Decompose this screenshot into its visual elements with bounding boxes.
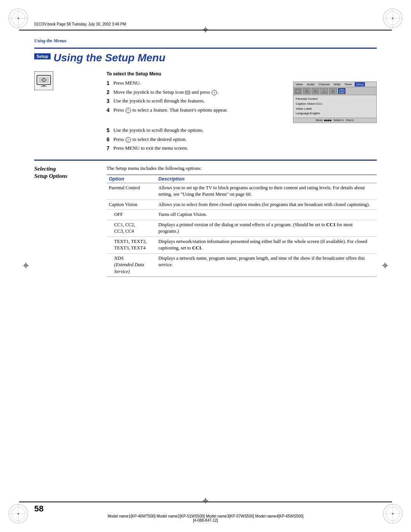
tv-icon-3	[312, 88, 319, 94]
tv-icon-setup	[338, 88, 346, 94]
step-number-7: 7	[107, 145, 113, 152]
circle-icon-step4: +	[126, 108, 131, 113]
section-divider	[34, 160, 377, 161]
corner-decoration-tr	[381, 7, 404, 30]
table-row-cc: CC1, CC2,CC3, CC4 Displays a printed ver…	[107, 220, 377, 236]
step-number-5: 5	[107, 127, 113, 134]
reg-mark-right	[381, 262, 389, 271]
steps-list-container: 1 Press MENU. 2 Move the joystick to the…	[107, 80, 280, 127]
page-title: Using the Setup Menu	[54, 52, 166, 64]
reg-mark-left	[22, 262, 30, 271]
tv-footer: Move: ◆◆◆◆ Select:⊙ End:⊙	[293, 118, 376, 123]
file-info: 01COV.book Page 58 Tuesday, July 30, 200…	[34, 22, 126, 26]
table-row-off: OFF Turns off Caption Vision.	[107, 210, 377, 220]
setup-icon-image	[34, 71, 53, 90]
footer-line1: Model name1[KP-46WT500] Model name2[KP-5…	[0, 514, 411, 518]
tv-mockup: Video Audio Channel Wide Timer Setup	[293, 81, 377, 123]
step-number-4: 4	[107, 107, 113, 114]
tv-menu-icons	[293, 87, 376, 95]
tv-menu-bar: Video Audio Channel Wide Timer Setup	[293, 82, 376, 87]
option-name-xds: XDS(Extended DataService)	[107, 253, 156, 277]
main-content: Using the Menus Setup Using the Setup Me…	[34, 38, 377, 498]
selecting-left: Selecting Setup Options	[34, 165, 95, 277]
step-text-2: Move the joystick to the Setup icon and …	[113, 89, 280, 96]
step-text-3: Use the joystick to scroll through the f…	[113, 97, 280, 105]
circle-icon-step6: +	[126, 137, 131, 142]
left-column	[34, 71, 95, 154]
tv-menu-channel: Channel	[317, 82, 331, 86]
bottom-border	[19, 502, 392, 502]
step-1: 1 Press MENU.	[107, 80, 280, 87]
step-text-5: Use the joystick to scroll through the o…	[113, 127, 377, 134]
footer-models: Model name1[KP-46WT500] Model name2[KP-5…	[0, 514, 411, 522]
right-column: To select the Setup Menu 1 Press MENU. 2…	[107, 71, 377, 154]
step-text-6: Press + to select the desired option.	[113, 136, 377, 144]
reg-mark-top	[202, 26, 209, 35]
svg-rect-40	[41, 86, 47, 87]
tv-icon-4	[320, 88, 328, 94]
tv-line-3: Video Label	[296, 107, 374, 112]
svg-point-55	[341, 90, 343, 92]
step-7: 7 Press MENU to exit the menu screen.	[107, 145, 377, 152]
top-border	[19, 30, 392, 30]
step-4: 4 Press + to select a feature. That feat…	[107, 107, 280, 114]
tv-icon-5	[329, 88, 337, 94]
step-number-3: 3	[107, 97, 113, 105]
tv-menu-setup: Setup	[355, 82, 365, 86]
tv-menu-wide: Wide	[333, 82, 342, 86]
tv-menu-video: Video	[294, 82, 304, 86]
tv-icon-1	[294, 88, 302, 94]
step-text-4: Press + to select a feature. That featur…	[113, 107, 280, 114]
subsection-title: To select the Setup Menu	[107, 71, 377, 77]
step-5: 5 Use the joystick to scroll through the…	[107, 127, 377, 134]
title-row: Setup Using the Setup Menu	[34, 48, 377, 66]
step-6: 6 Press + to select the desired option.	[107, 136, 377, 144]
tv-line-4: Language:English	[296, 111, 374, 116]
svg-rect-54	[339, 89, 344, 93]
option-desc-text: Displays network/station information pre…	[156, 236, 377, 253]
tv-content: Parental Control Caption Vision:CC1 Vide…	[293, 95, 376, 118]
table-row-text: TEXT1, TEXT2,TEXT3, TEXT4 Displays netwo…	[107, 236, 377, 253]
steps-section: To select the Setup Menu 1 Press MENU. 2…	[34, 71, 377, 154]
selecting-right: The Setup menu includes the following op…	[107, 165, 377, 277]
option-desc-parental: Allows you to set up the TV to block pro…	[156, 183, 377, 200]
svg-rect-42	[186, 92, 189, 93]
step-number-6: 6	[107, 136, 113, 144]
svg-rect-44	[296, 90, 300, 93]
svg-marker-50	[322, 90, 326, 93]
option-name-cc: CC1, CC2,CC3, CC4	[107, 220, 156, 236]
tv-line-2: Caption Vision:CC1	[296, 102, 374, 107]
option-desc-xds: Displays a network name, program name, p…	[156, 253, 377, 277]
selecting-section: Selecting Setup Options The Setup menu i…	[34, 165, 377, 277]
tv-icon-2	[303, 88, 311, 94]
col-header-description: Description	[156, 175, 377, 183]
tv-menu-timer: Timer	[343, 82, 353, 86]
step-2: 2 Move the joystick to the Setup icon an…	[107, 89, 280, 96]
setup-badge: Setup	[34, 53, 51, 59]
option-desc-cc: Displays a printed version of the dialog…	[156, 220, 377, 236]
col-header-option: Option	[107, 175, 156, 183]
options-intro: The Setup menu includes the following op…	[107, 165, 377, 171]
table-row-xds: XDS(Extended DataService) Displays a net…	[107, 253, 377, 277]
section-header: Using the Menus	[34, 38, 377, 44]
option-name-parental: Parental Control	[107, 183, 156, 200]
table-row-caption: Caption Vision Allows you to select from…	[107, 200, 377, 210]
corner-decoration-tl	[7, 7, 30, 30]
table-row-parental: Parental Control Allows you to set up th…	[107, 183, 377, 200]
step-3: 3 Use the joystick to scroll through the…	[107, 97, 280, 105]
option-desc-caption: Allows you to select from three closed c…	[156, 200, 377, 210]
svg-rect-39	[42, 85, 45, 86]
tv-line-1: Parental Control	[296, 97, 374, 102]
footer-line2: [4-088-847-12]	[0, 518, 411, 522]
step-number-1: 1	[107, 80, 113, 87]
circle-icon-step2: +	[212, 90, 217, 95]
selecting-header: Selecting Setup Options	[34, 165, 95, 180]
svg-point-46	[306, 91, 307, 92]
option-name-off: OFF	[107, 210, 156, 220]
options-table: Option Description Parental Control Allo…	[107, 174, 377, 277]
tv-menu-audio: Audio	[306, 82, 315, 86]
option-name-text: TEXT1, TEXT2,TEXT3, TEXT4	[107, 236, 156, 253]
step-number-2: 2	[107, 89, 113, 96]
option-name-caption: Caption Vision	[107, 200, 156, 210]
step-text-7: Press MENU to exit the menu screen.	[113, 145, 377, 152]
